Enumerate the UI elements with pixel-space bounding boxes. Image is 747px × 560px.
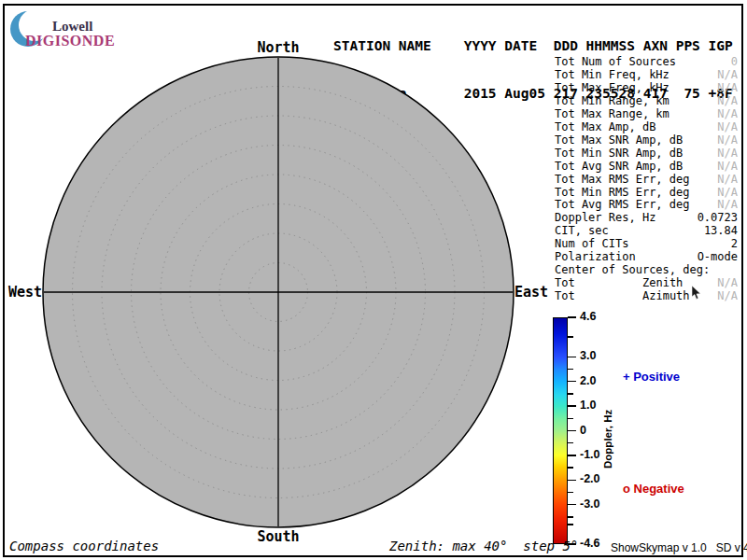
stat-row: Tot Max Range, kmN/A [555, 108, 738, 121]
colorbar-tick-label: 1.0 [580, 399, 596, 412]
colorbar-tick-label: -4.6 [580, 537, 600, 550]
colorbar-tick-label: -1.0 [580, 448, 600, 461]
stat-label: Tot Min RMS Err, deg [555, 187, 690, 200]
stat-value: 13.84 [704, 225, 738, 238]
stat-row: TotZenithN/A [555, 277, 738, 290]
colorbar-major-tick [568, 430, 576, 432]
stat-label: CIT, sec [555, 225, 609, 238]
stat-row: Num of CITs2 [555, 238, 738, 251]
stat-row: Doppler Res, Hz0.0723 [555, 212, 738, 225]
stat-row: Tot Max Freq, kHzN/A [555, 82, 738, 95]
colorbar-minor-tick [568, 467, 573, 469]
compass-label-east: East [514, 284, 548, 301]
stats-panel: Tot Num of Sources0Tot Min Freq, kHzN/AT… [555, 56, 738, 303]
footer-zenith-note: Zenith: max 40° step 5° [389, 539, 578, 553]
stat-row: Tot Max SNR Amp, dBN/A [555, 134, 738, 147]
stat-row: Tot Max Amp, dBN/A [555, 121, 738, 134]
stat-label: Doppler Res, Hz [555, 212, 655, 225]
stat-value: O-mode [698, 251, 738, 264]
colorbar-tick-label: 2.0 [580, 374, 596, 387]
stat-value: N/A [717, 161, 738, 174]
colorbar-minor-tick [568, 393, 573, 395]
stat-label: Tot Max Freq, kHz [555, 82, 669, 95]
compass-label-north: North [257, 39, 299, 56]
stat-sublabel: Zenith [642, 277, 683, 290]
colorbar-major-tick [568, 455, 576, 456]
colorbar-major-tick [568, 480, 576, 482]
stat-label: Tot Max RMS Err, deg [555, 174, 690, 187]
stat-value: N/A [717, 69, 738, 82]
stat-row: Tot Max RMS Err, degN/A [555, 174, 738, 187]
stat-label: Center of Sources, deg: [555, 264, 710, 277]
stat-value: N/A [717, 199, 738, 212]
colorbar-gradient [553, 317, 568, 544]
colorbar-minor-tick [568, 492, 573, 494]
stat-value: N/A [717, 147, 738, 161]
colorbar-major-tick [568, 357, 576, 358]
colorbar-major-tick [568, 504, 576, 506]
stat-label: Tot [555, 290, 575, 303]
stat-row: Tot Avg SNR Amp, dBN/A [555, 161, 738, 174]
stat-row: TotAzimuthN/A [555, 290, 738, 303]
stat-value: N/A [717, 108, 738, 121]
stat-value: N/A [717, 121, 738, 134]
colorbar-minor-tick [568, 516, 573, 518]
stat-label: Tot Min Range, km [555, 95, 669, 108]
stat-value: N/A [717, 134, 738, 147]
colorbar-minor-tick [568, 336, 573, 338]
compass-label-west: West [0, 284, 42, 301]
stat-label: Tot Max SNR Amp, dB [555, 134, 683, 147]
mouse-cursor-icon [691, 286, 701, 301]
stat-value: N/A [717, 174, 738, 187]
stat-label: Tot Max Range, km [555, 108, 669, 121]
stat-label: Tot [555, 277, 575, 290]
stat-value: 0 [731, 56, 738, 69]
stat-label: Tot Max Amp, dB [555, 121, 655, 134]
stat-value: N/A [717, 187, 738, 200]
positive-doppler-legend: + Positive [623, 370, 680, 384]
stat-value: N/A [717, 290, 738, 303]
colorbar-minor-tick [568, 418, 573, 420]
footer-version-note: ShowSkymap v 1.0 SD v 4.2 [611, 541, 747, 554]
stat-value: N/A [717, 95, 738, 108]
stat-value: N/A [717, 82, 738, 95]
compass-label-south: South [257, 528, 299, 545]
stat-row: Tot Avg RMS Err, degN/A [555, 199, 738, 212]
stat-label: Num of CITs [555, 238, 628, 251]
footer-coordinates-note: Compass coordinates [9, 539, 159, 553]
stat-row: Tot Num of Sources0 [555, 56, 738, 69]
colorbar-minor-tick [568, 369, 573, 371]
stat-label: Tot Min SNR Amp, dB [555, 147, 683, 161]
stat-row: Tot Min Range, kmN/A [555, 95, 738, 108]
stat-row: Tot Min RMS Err, degN/A [555, 187, 738, 200]
colorbar-tick-label: 4.6 [580, 310, 596, 323]
colorbar-tick-label: 3.0 [580, 349, 596, 362]
stat-label: Tot Min Freq, kHz [555, 69, 669, 82]
colorbar-tick-label: -2.0 [580, 472, 600, 485]
stat-value: N/A [717, 277, 738, 290]
stat-label: Tot Num of Sources [555, 56, 676, 69]
stat-label: Tot Avg SNR Amp, dB [555, 161, 683, 174]
colorbar-axis-title: Doppler, Hz [602, 410, 613, 469]
stat-row: Tot Min SNR Amp, dBN/A [555, 147, 738, 161]
stat-sublabel: Azimuth [642, 290, 690, 303]
colorbar: 4.63.02.01.00-1.0-2.0-3.0-4.6 Doppler, H… [553, 317, 740, 551]
colorbar-tick-label: -3.0 [580, 497, 600, 511]
stat-row: Center of Sources, deg: [555, 264, 738, 277]
colorbar-major-tick [568, 316, 576, 318]
stat-value: 0.0723 [698, 212, 738, 225]
stat-label: Tot Avg RMS Err, deg [555, 199, 690, 212]
stat-row: Tot Min Freq, kHzN/A [555, 69, 738, 82]
colorbar-minor-tick [568, 442, 573, 444]
colorbar-major-tick [568, 405, 576, 407]
stat-label: Polarization [555, 251, 636, 264]
stat-value: 2 [731, 238, 738, 251]
negative-doppler-legend: o Negative [623, 482, 684, 496]
colorbar-major-tick [568, 381, 576, 383]
stat-row: PolarizationO-mode [555, 251, 738, 264]
colorbar-minor-tick [568, 524, 573, 525]
stat-row: CIT, sec13.84 [555, 225, 738, 238]
colorbar-tick-label: 0 [580, 424, 586, 437]
